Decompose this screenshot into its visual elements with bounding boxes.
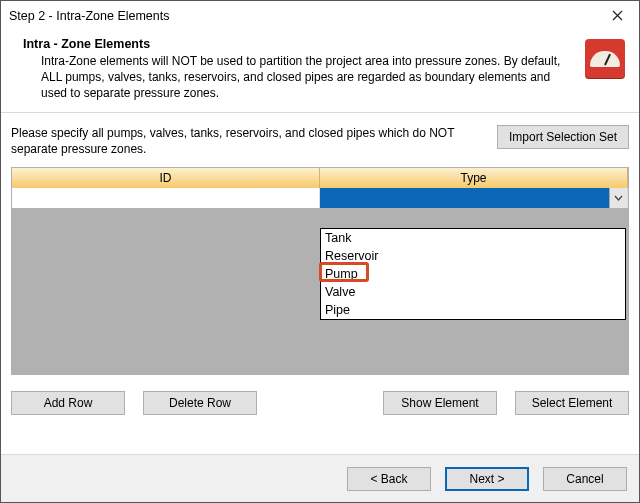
cell-type[interactable]	[320, 188, 628, 208]
dropdown-option-tank[interactable]: Tank	[321, 229, 625, 247]
elements-grid: ID Type Tank Reservoir Pump Valve	[11, 167, 629, 375]
header-description: Intra-Zone elements will NOT be used to …	[23, 53, 579, 102]
dropdown-option-reservoir[interactable]: Reservoir	[321, 247, 625, 265]
dropdown-toggle[interactable]	[609, 188, 627, 208]
column-header-type[interactable]: Type	[320, 168, 628, 188]
cancel-button[interactable]: Cancel	[543, 467, 627, 491]
table-row[interactable]	[12, 188, 628, 208]
add-row-button[interactable]: Add Row	[11, 391, 125, 415]
back-button[interactable]: < Back	[347, 467, 431, 491]
window-title: Step 2 - Intra-Zone Elements	[9, 9, 595, 23]
instruction-row: Please specify all pumps, valves, tanks,…	[11, 125, 629, 157]
dropdown-option-pipe[interactable]: Pipe	[321, 301, 625, 319]
delete-row-button[interactable]: Delete Row	[143, 391, 257, 415]
body: Please specify all pumps, valves, tanks,…	[1, 113, 639, 383]
grid-header: ID Type	[12, 168, 628, 188]
next-button[interactable]: Next >	[445, 467, 529, 491]
dropdown-option-valve[interactable]: Valve	[321, 283, 625, 301]
grid-body: Tank Reservoir Pump Valve Pipe	[12, 188, 628, 374]
header: Intra - Zone Elements Intra-Zone element…	[1, 31, 639, 112]
dropdown-option-pump[interactable]: Pump	[321, 265, 625, 283]
select-element-button[interactable]: Select Element	[515, 391, 629, 415]
column-header-id[interactable]: ID	[12, 168, 320, 188]
show-element-button[interactable]: Show Element	[383, 391, 497, 415]
cell-id[interactable]	[12, 188, 320, 208]
gauge-icon	[585, 39, 625, 79]
header-title: Intra - Zone Elements	[23, 37, 579, 51]
close-icon	[612, 8, 623, 24]
type-dropdown[interactable]: Tank Reservoir Pump Valve Pipe	[320, 228, 626, 320]
header-text: Intra - Zone Elements Intra-Zone element…	[23, 37, 579, 102]
instruction-text: Please specify all pumps, valves, tanks,…	[11, 125, 487, 157]
wizard-footer: < Back Next > Cancel	[1, 454, 639, 502]
close-button[interactable]	[595, 1, 639, 31]
chevron-down-icon	[614, 195, 623, 201]
action-row: Add Row Delete Row Show Element Select E…	[1, 383, 639, 429]
title-bar: Step 2 - Intra-Zone Elements	[1, 1, 639, 31]
import-selection-set-button[interactable]: Import Selection Set	[497, 125, 629, 149]
